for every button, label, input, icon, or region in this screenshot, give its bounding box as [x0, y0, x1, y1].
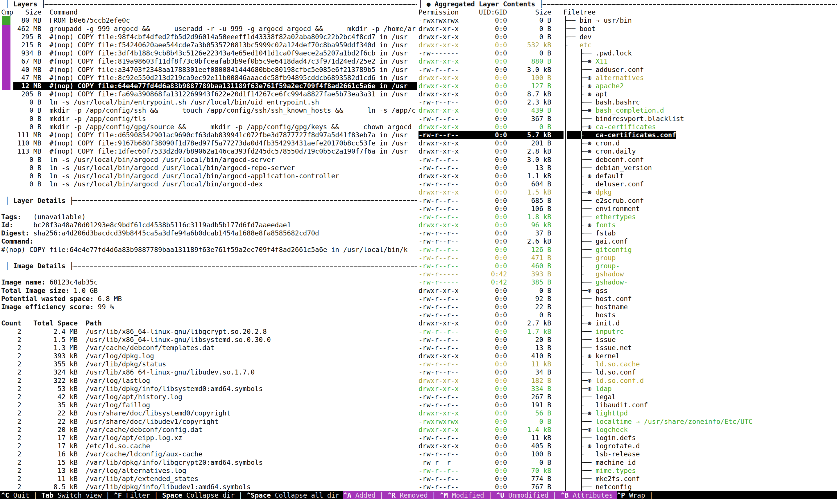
shortcut-collapse-all-dir[interactable]: ^Space Collapse all dir	[247, 491, 339, 499]
filetree-row[interactable]: -rw-r--r-- 0:0 37 B ├── fstab	[418, 229, 837, 237]
filetree-row[interactable]: -rw-r--r-- 0:0 70 kB ├── mime.types	[418, 467, 837, 475]
filetree-row[interactable]: -rw-r--r-- 0:0 0 B ├── hosts	[418, 311, 837, 319]
shortcut-collapse-dir[interactable]: Space Collapse dir	[162, 491, 234, 499]
filetree-row[interactable]: -rwxrwxrwx 0:0 0 B ├── localtime → /usr/…	[418, 417, 837, 426]
filetree-row[interactable]: drwxr-xr-x 0:0 532 kB ├── etc	[418, 41, 837, 49]
layer-row[interactable]: 0 B ln -s /usr/local/bin/argocd /usr/loc…	[1, 180, 417, 188]
layer-row[interactable]: 0 B ln -s /usr/local/bin/argocd /usr/loc…	[1, 172, 417, 180]
file-table-row[interactable]: 2 20 kB /var/cache/debconf/config.dat	[1, 426, 417, 434]
filetree-row[interactable]: drwxr-xr-x 0:0 880 B ├─⊕ X11	[418, 57, 837, 65]
filetree-row[interactable]: -rw-r--r-- 0:0 471 B ├── group	[418, 254, 837, 262]
filetree-row[interactable]: drwxr-xr-x 0:0 0 B ├── dev	[418, 33, 837, 41]
filetree-row[interactable]: drwxr-xr-x 0:0 405 B ├─⊕ logrotate.d	[418, 442, 837, 450]
filetree-row[interactable]: -rw-r--r-- 0:0 13 B ├── issue.net	[418, 344, 837, 352]
filetree-row[interactable]: -rw-r--r-- 0:0 1.7 kB ├── inputrc	[418, 328, 837, 336]
filetree-row[interactable]: -rw-r--r-- 0:0 2.6 kB ├── gai.conf	[418, 237, 837, 245]
filetree-row[interactable]: -rw-r--r-- 0:0 100 B ├── lsb-release	[418, 450, 837, 458]
layer-row[interactable]: 0 B ln -s /usr/local/bin/argocd /usr/loc…	[1, 164, 417, 172]
filetree-row[interactable]: -rw-r--r-- 0:0 5.7 kB ├── ca-certificate…	[418, 131, 837, 139]
filetree-row[interactable]: -rw-r--r-- 0:0 685 B ├── e2scrub.conf	[418, 197, 837, 205]
filetree-row[interactable]: drwxr-xr-x 0:0 334 B ├─⊕ ldap	[418, 385, 837, 393]
layer-row[interactable]: 67 MB #(nop) COPY file:819a98603f11df8f7…	[1, 57, 417, 65]
layer-row[interactable]: 205 B #(nop) COPY file:fa69a390868fa1312…	[1, 90, 417, 98]
filetree-row[interactable]: drwxr-xr-x 0:0 8.7 kB ├─⊕ apt	[418, 90, 837, 98]
layer-row[interactable]: 111 MB #(nop) COPY file:d65908542901ac96…	[1, 131, 417, 139]
filetree-row[interactable]: -rw-r--r-- 0:0 0 B ├── machine-id	[418, 459, 837, 467]
filetree-row[interactable]: -rw-r--r-- 0:0 774 B ├── mke2fs.conf	[418, 475, 837, 483]
filetree-row[interactable]: -rw-r--r-- 0:0 2.3 kB ├── bash.bashrc	[418, 98, 837, 106]
layer-row[interactable]: 0 B ln -s /usr/local/bin/argocd /usr/loc…	[1, 156, 417, 164]
filetree-row[interactable]: drwxr-xr-x 0:0 182 B ├─⊕ ld.so.conf.d	[418, 376, 837, 385]
layer-row[interactable]: 0 B mkdir -p /app/config/ssh && touch /a…	[1, 106, 417, 114]
file-table-row[interactable]: 2 13 kB /var/log/alternatives.log	[1, 467, 417, 475]
shortcut-unmodified[interactable]: ^U Unmodified	[496, 491, 548, 499]
file-table-row[interactable]: 2 42 kB /var/log/apt/history.log	[1, 393, 417, 401]
file-table-row[interactable]: 2 8.5 kB /var/lib/dpkg/info/libudev1:amd…	[1, 483, 417, 491]
filetree-row[interactable]: -rw-r--r-- 0:0 22 B ├── hostname	[418, 303, 837, 311]
file-table-row[interactable]: 2 322 kB /var/log/lastlog	[1, 376, 417, 385]
file-table-row[interactable]: 2 355 kB /var/lib/dpkg/status	[1, 360, 417, 368]
filetree-row[interactable]: drwxr-xr-x 0:0 1.1 kB ├─⊕ default	[418, 172, 837, 180]
file-table-row[interactable]: 2 15 kB /var/lib/dpkg/info/libgcrypt20:a…	[1, 459, 417, 467]
file-table-row[interactable]: 2 22 kB /usr/share/doc/libudev1/copyrigh…	[1, 417, 417, 426]
filetree-row[interactable]: drwxr-xr-x 0:0 1.4 kB ├─⊕ logcheck	[418, 426, 837, 434]
layer-row[interactable]: 0 B mkdir -p /app/config/gpg/source && m…	[1, 123, 417, 131]
filetree-row[interactable]: drwxr-xr-x 0:0 100 B ├─⊕ alternatives	[418, 74, 837, 82]
filetree-row[interactable]: -rwxrwxrwx 0:0 0 B ├── bin → usr/bin	[418, 16, 837, 24]
filetree-row[interactable]: -rw------- 0:0 0 B ├── .pwd.lock	[418, 49, 837, 57]
layer-row[interactable]: 934 B #(nop) COPY file:3df4b188c9cb8b43c…	[1, 49, 417, 57]
filetree-row[interactable]: drwxr-xr-x 0:0 410 B ├─⊕ kernel	[418, 352, 837, 360]
file-table-row[interactable]: 2 2.4 MB /usr/lib/x86_64-linux-gnu/libgc…	[1, 328, 417, 336]
shortcut-added[interactable]: ^A Added	[343, 491, 375, 499]
filetree-row[interactable]: -rw-r--r-- 0:0 13 B ├── debian_version	[418, 164, 837, 172]
file-table-row[interactable]: 2 393 kB /var/log/dpkg.log	[1, 352, 417, 360]
filetree-row[interactable]: drwxr-xr-x 0:0 1.5 kB ├─⊕ dpkg	[418, 188, 837, 196]
layer-row[interactable]: 462 MB groupadd -g 999 argocd && useradd…	[1, 25, 417, 33]
shortcut-switch-view[interactable]: Tab Switch view	[41, 491, 102, 499]
file-table-row[interactable]: 2 22 kB /usr/share/doc/libsystemd0/copyr…	[1, 409, 417, 417]
filetree-row[interactable]: drwxr-xr-x 0:0 0 B ├─⊕ ca-certificates	[418, 123, 837, 131]
shortcut-removed[interactable]: ^R Removed	[387, 491, 428, 499]
layer-row[interactable]: 47 MB #(nop) COPY file:8c92e550d213d219c…	[1, 74, 417, 82]
filetree-row[interactable]: -rw-r----- 0:42 393 B ├── gshadow	[418, 270, 837, 278]
file-table-row[interactable]: 2 35 kB /var/log/faillog	[1, 401, 417, 409]
filetree-row[interactable]: -rw-r--r-- 0:0 767 B ├── netconfig	[418, 483, 837, 491]
filetree-row[interactable]: drwxr-xr-x 0:0 0 B ├─⊕ gss	[418, 286, 837, 295]
layer-row[interactable]: 80 MB FROM b0e675ccb2efe0c	[1, 16, 417, 24]
file-table-row[interactable]: 2 324 kB /usr/lib/x86_64-linux-gnu/libud…	[1, 368, 417, 376]
filetree-row[interactable]: drwxr-xr-x 0:0 439 B ├─⊕ bash_completion…	[418, 106, 837, 114]
filetree-row[interactable]: drwxr-xr-x 0:0 0 B ├── boot	[418, 25, 837, 33]
filetree-row[interactable]: drwxr-xr-x 0:0 56 B ├─⊕ lighttpd	[418, 409, 837, 417]
filetree-row[interactable]: -rw-r--r-- 0:0 3.0 kB ├── debconf.conf	[418, 156, 837, 164]
filetree-row[interactable]: -rw-r--r-- 0:0 460 B ├── group-	[418, 262, 837, 270]
filetree-row[interactable]: -rw-r--r-- 0:0 92 B ├── host.conf	[418, 295, 837, 303]
filetree-row[interactable]: drwxr-xr-x 0:0 96 kB ├─⊕ fonts	[418, 221, 837, 229]
filetree-row[interactable]: drwxr-xr-x 0:0 201 B ├─⊕ cron.d	[418, 139, 837, 147]
filetree-row[interactable]: -rw-r--r-- 0:0 126 B ├── gitconfig	[418, 246, 837, 254]
filetree-row[interactable]: -rw-r--r-- 0:0 267 B ├── legal	[418, 393, 837, 401]
layer-row[interactable]: 40 MB #(nop) COPY file:a34703f2348aa1788…	[1, 66, 417, 74]
filetree-row[interactable]: -rw-r--r-- 0:0 1.8 kB ├── ethertypes	[418, 213, 837, 221]
shortcut-quit[interactable]: ^C Quit	[1, 491, 29, 499]
file-table-row[interactable]: 2 1.5 MB /usr/lib/x86_64-linux-gnu/libsy…	[1, 336, 417, 344]
filetree-row[interactable]: drwxr-xr-x 0:0 127 B ├─⊕ apache2	[418, 82, 837, 90]
filetree-row[interactable]: -rw-r--r-- 0:0 11 kB ├── ld.so.cache	[418, 360, 837, 368]
filetree-row[interactable]: -rw-r--r-- 0:0 20 B ├── issue	[418, 336, 837, 344]
layer-row[interactable]: 12 MB #(nop) COPY file:64e4e77fd4d6a83b9…	[1, 82, 417, 90]
filetree-row[interactable]: -rw-r--r-- 0:0 191 B ├── libaudit.conf	[418, 401, 837, 409]
filetree-row[interactable]: -rw-r--r-- 0:0 367 B ├── bindresvport.bl…	[418, 115, 837, 123]
filetree-row[interactable]: -rw-r--r-- 0:0 106 B ├── environment	[418, 205, 837, 213]
shortcut-attributes[interactable]: ^B Attributes	[560, 491, 613, 499]
filetree-row[interactable]: -rw-r--r-- 0:0 11 kB ├── login.defs	[418, 434, 837, 442]
layer-row[interactable]: 215 B #(nop) COPY file:f54240620aee544cd…	[1, 41, 417, 49]
filetree-row[interactable]: -rw-r--r-- 0:0 3.0 kB ├── adduser.conf	[418, 66, 837, 74]
file-table-row[interactable]: 2 17 kB /var/log/apt/eipp.log.xz	[1, 434, 417, 442]
file-table-row[interactable]: 2 11 kB /var/lib/apt/extended_states	[1, 475, 417, 483]
layer-row[interactable]: 0 B mkdir -p /app/config/tls	[1, 115, 417, 123]
filetree-row[interactable]: -rw-r--r-- 0:0 604 B ├── deluser.conf	[418, 180, 837, 188]
file-table-row[interactable]: 2 1.3 MB /var/cache/debconf/templates.da…	[1, 344, 417, 352]
layer-row[interactable]: 295 B #(nop) COPY file:98f4cbf4dfed2fb5d…	[1, 33, 417, 41]
filetree-row[interactable]: -rw-r--r-- 0:0 34 B ├── ld.so.conf	[418, 368, 837, 376]
file-table-row[interactable]: 2 53 kB /var/lib/dpkg/info/libsystemd0:a…	[1, 385, 417, 393]
layer-row[interactable]: 110 MB #(nop) COPY file:9167b680f38090f1…	[1, 139, 417, 147]
